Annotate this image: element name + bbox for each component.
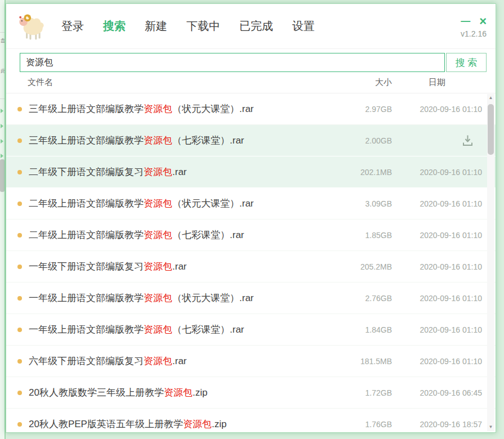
file-date: 2020-09-16 01:10 xyxy=(392,231,482,240)
table-row[interactable]: 六年级下册语文部编版复习资源包.rar 181.5MB 2020-09-16 0… xyxy=(6,346,496,377)
backdrop-text-fragment: 此 xyxy=(1,68,6,75)
file-name: 一年级上册语文部编版教学资源包（七彩课堂）.rar xyxy=(29,323,330,336)
file-date: 2020-09-16 01:10 xyxy=(392,325,482,334)
highlighted-term: 资源包 xyxy=(144,167,172,177)
file-size: 1.84GB xyxy=(330,325,392,334)
file-date: 2020-09-16 06:45 xyxy=(392,388,482,397)
highlighted-term: 资源包 xyxy=(144,293,172,303)
highlighted-term: 资源包 xyxy=(144,230,172,240)
nav-item-settings[interactable]: 设置 xyxy=(292,19,315,34)
file-date: 2020-09-16 18:57 xyxy=(392,420,482,429)
column-header-filename: 文件名 xyxy=(28,77,330,88)
search-input[interactable] xyxy=(20,53,445,72)
file-date: 2020-09-16 01:10 xyxy=(392,294,482,303)
backdrop-divider xyxy=(0,98,6,99)
column-header-date: 日期 xyxy=(392,77,482,88)
scroll-up-icon[interactable]: ▲ xyxy=(487,94,494,102)
close-button[interactable]: × xyxy=(479,16,487,26)
file-name: 二年级上册语文部编版教学资源包（状元大课堂）.rar xyxy=(29,197,330,210)
file-size: 3.09GB xyxy=(330,199,392,208)
table-row[interactable]: 二年级上册语文部编版教学资源包（状元大课堂）.rar 3.09GB 2020-0… xyxy=(6,188,496,220)
file-size: 2.76GB xyxy=(330,294,392,303)
bullet-icon xyxy=(17,265,22,269)
bullet-icon xyxy=(17,170,22,174)
highlighted-term: 资源包 xyxy=(164,387,193,398)
file-name: 三年级上册语文部编版教学资源包（状元大课堂）.rar xyxy=(29,102,330,115)
bullet-icon xyxy=(17,296,22,301)
bullet-icon xyxy=(17,359,22,364)
highlighted-term: 资源包 xyxy=(144,324,172,335)
backdrop-text-fragment: 盘 xyxy=(1,37,6,44)
file-size: 1.85GB xyxy=(330,231,392,240)
highlighted-term: 资源包 xyxy=(144,104,172,114)
file-name: 六年级下册语文部编版复习资源包.rar xyxy=(29,355,330,368)
table-row[interactable]: 一年级下册语文部编版复习资源包.rar 205.2MB 2020-09-16 0… xyxy=(6,251,496,283)
table-row[interactable]: 三年级上册语文部编版教学资源包（七彩课堂）.rar 2.00GB xyxy=(6,125,496,156)
bullet-icon xyxy=(17,328,22,332)
file-name: 二年级下册语文部编版复习资源包.rar xyxy=(29,165,330,178)
search-bar: 搜 索 xyxy=(20,53,487,72)
file-date: 2020-09-16 01:10 xyxy=(392,262,482,271)
table-row[interactable]: 三年级上册语文部编版教学资源包（状元大课堂）.rar 2.97GB 2020-0… xyxy=(6,93,496,125)
file-name: 一年级上册语文部编版教学资源包（状元大课堂）.rar xyxy=(29,292,330,304)
nav-item-login[interactable]: 登录 xyxy=(61,19,84,34)
table-row[interactable]: 20秋人教PEP版英语五年级上册教学资源包.zip 1.76GB 2020-09… xyxy=(6,409,496,433)
bullet-icon xyxy=(17,391,22,395)
title-bar: 登录 搜索 新建 下载中 已完成 设置 — × v1.2.16 xyxy=(6,4,496,49)
file-size: 1.76GB xyxy=(330,420,392,429)
file-size: 202.1MB xyxy=(330,168,392,177)
download-icon[interactable] xyxy=(392,133,482,148)
file-name: 三年级上册语文部编版教学资源包（七彩课堂）.rar xyxy=(29,134,330,147)
file-name: 20秋人教PEP版英语五年级上册教学资源包.zip xyxy=(29,418,330,431)
file-name: 二年级上册语文部编版教学资源包（七彩课堂）.rar xyxy=(29,229,330,241)
background-window-edge: 盘 此 xyxy=(0,0,6,439)
highlighted-term: 资源包 xyxy=(144,356,172,366)
bullet-icon xyxy=(17,107,22,111)
table-row[interactable]: 二年级下册语文部编版复习资源包.rar 202.1MB 2020-09-16 0… xyxy=(6,156,496,188)
file-date: 2020-09-16 01:10 xyxy=(392,168,482,177)
window-right-area: — × v1.2.16 xyxy=(461,16,487,38)
column-header-size: 大小 xyxy=(330,77,392,88)
table-row[interactable]: 20秋人教版数学三年级上册教学资源包.zip 1.72GB 2020-09-16… xyxy=(6,377,496,409)
table-header: 文件名 大小 日期 xyxy=(6,72,496,93)
scrollbar-thumb[interactable] xyxy=(488,104,494,155)
background-scrollbar-fragment xyxy=(0,159,5,192)
file-date: 2020-09-16 01:10 xyxy=(392,105,482,114)
table-row[interactable]: 二年级上册语文部编版教学资源包（七彩课堂）.rar 1.85GB 2020-09… xyxy=(6,220,496,251)
tree-arrow-icon xyxy=(1,139,3,144)
nav-item-completed[interactable]: 已完成 xyxy=(239,19,273,34)
bullet-icon xyxy=(17,138,22,143)
highlighted-term: 资源包 xyxy=(144,261,172,272)
tree-arrow-icon xyxy=(1,154,3,158)
file-name: 20秋人教版数学三年级上册教学资源包.zip xyxy=(29,386,330,399)
file-date: 2020-09-16 01:10 xyxy=(392,199,482,208)
nav-item-new[interactable]: 新建 xyxy=(145,19,167,34)
nav-item-search[interactable]: 搜索 xyxy=(103,19,126,34)
highlighted-term: 资源包 xyxy=(144,135,172,146)
search-button[interactable]: 搜 索 xyxy=(446,53,487,72)
version-label: v1.2.16 xyxy=(461,29,487,38)
scrollbar[interactable]: ▲ ▼ xyxy=(487,94,494,431)
file-size: 181.5MB xyxy=(330,357,392,366)
nav-item-downloading[interactable]: 下载中 xyxy=(186,19,220,34)
file-size: 1.72GB xyxy=(330,388,392,397)
bullet-icon xyxy=(17,201,22,206)
tree-arrow-icon xyxy=(1,109,3,113)
table-row[interactable]: 一年级上册语文部编版教学资源包（七彩课堂）.rar 1.84GB 2020-09… xyxy=(6,314,496,346)
highlighted-term: 资源包 xyxy=(144,198,172,209)
sheep-logo-icon xyxy=(16,10,47,43)
app-window: 登录 搜索 新建 下载中 已完成 设置 — × v1.2.16 搜 索 文件名 … xyxy=(6,3,496,433)
table-row[interactable]: 一年级上册语文部编版教学资源包（状元大课堂）.rar 2.76GB 2020-0… xyxy=(6,283,496,314)
backdrop-divider xyxy=(0,32,6,33)
file-size: 2.00GB xyxy=(330,136,392,145)
main-nav: 登录 搜索 新建 下载中 已完成 设置 xyxy=(61,19,315,34)
tree-arrow-icon xyxy=(1,124,3,128)
highlighted-term: 资源包 xyxy=(183,419,212,429)
file-size: 2.97GB xyxy=(330,105,392,114)
minimize-button[interactable]: — xyxy=(461,16,470,26)
file-name: 一年级下册语文部编版复习资源包.rar xyxy=(29,260,330,273)
file-date: 2020-09-16 01:10 xyxy=(392,357,482,366)
bullet-icon xyxy=(17,233,22,238)
scroll-down-icon[interactable]: ▼ xyxy=(487,423,494,431)
bullet-icon xyxy=(17,422,22,427)
